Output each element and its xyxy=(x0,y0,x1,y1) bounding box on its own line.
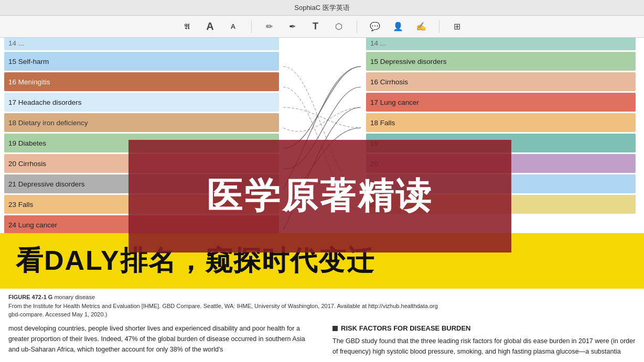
pen-icon[interactable]: ✒ xyxy=(285,19,300,34)
text-size-small-icon[interactable]: A xyxy=(226,19,241,34)
signature-icon[interactable]: ✍ xyxy=(414,19,428,34)
text-size-large-icon[interactable]: A xyxy=(203,19,218,34)
caption-text-3: gbd-compare. Accessed May 1, 2020.) xyxy=(8,311,107,317)
main-content: 14 ... 15 Self-harm 16 Meningitis 17 Hea… xyxy=(0,38,644,362)
header-icon xyxy=(332,326,338,331)
body-text-right: RISK FACTORS FOR DISEASE BURDEN The GBD … xyxy=(332,323,636,357)
caption-text-2: From the Institute for Health Metrics an… xyxy=(8,303,438,309)
pencil-icon[interactable]: ✏ xyxy=(262,19,277,34)
right-row-17: 17 Lung cancer xyxy=(366,93,636,112)
left-row-15: 15 Self-harm xyxy=(4,52,279,71)
overlay-title: 医学原著精读 xyxy=(207,172,433,220)
risk-factors-header: RISK FACTORS FOR DISEASE BURDEN xyxy=(332,323,636,334)
title-bar: SophiaC 医学英语 xyxy=(0,0,644,16)
left-row-18: 18 Dietary iron deficiency xyxy=(4,113,279,132)
separator-3 xyxy=(439,20,439,33)
body-right-text: The GBD study found that the three leadi… xyxy=(332,337,635,355)
toolbar: 𝕬 A A ✏ ✒ T ⬡ 💬 👤 ✍ ⊞ xyxy=(0,16,644,38)
app-title: SophiaC 医学英语 xyxy=(294,3,349,13)
comment-icon[interactable]: 💬 xyxy=(368,19,382,34)
body-text-row: most developing countries, people lived … xyxy=(8,323,636,357)
body-text-left: most developing countries, people lived … xyxy=(8,323,312,357)
bottom-text-area: FIGURE 472-1 G xyxy=(0,289,644,362)
user-icon[interactable]: 👤 xyxy=(391,19,405,34)
text-tool-icon[interactable]: T xyxy=(308,19,323,34)
separator-1 xyxy=(251,20,252,33)
left-row-14: 14 ... xyxy=(4,38,279,50)
figure-caption: FIGURE 472-1 G xyxy=(8,293,636,319)
left-row-16: 16 Meningitis xyxy=(4,72,279,91)
text-format-icon[interactable]: 𝕬 xyxy=(180,19,195,34)
left-row-17: 17 Headache disorders xyxy=(4,93,279,112)
right-row-16: 16 Cirrhosis xyxy=(366,72,636,91)
select-icon[interactable]: ⊞ xyxy=(450,19,465,34)
right-row-top: 14 ... xyxy=(366,38,636,50)
red-overlay-box: 医学原著精读 xyxy=(128,140,511,253)
separator-2 xyxy=(357,20,357,33)
body-left-text: most developing countries, people lived … xyxy=(8,325,305,353)
right-row-15: 15 Depressive disorders xyxy=(366,52,636,71)
shape-tool-icon[interactable]: ⬡ xyxy=(331,19,346,34)
caption-text-1: monary disease xyxy=(54,294,95,300)
section-header-text: RISK FACTORS FOR DISEASE BURDEN xyxy=(341,323,471,334)
right-row-18: 18 Falls xyxy=(366,113,636,132)
figure-label: FIGURE 472-1 G xyxy=(8,294,52,300)
